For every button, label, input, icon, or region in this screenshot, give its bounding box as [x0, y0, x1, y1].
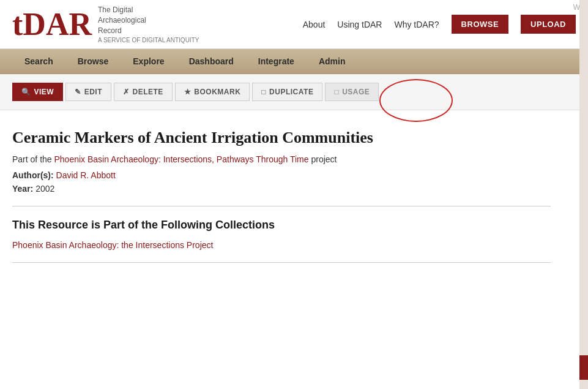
nav-using-tdar[interactable]: Using tDAR — [337, 20, 382, 29]
scrollbar-track[interactable] — [579, 0, 588, 287]
subnav-admin[interactable]: Admin — [307, 49, 358, 74]
author-label: Author(s): — [12, 170, 54, 180]
action-toolbar: 🔍 VIEW ✎ EDIT ✗ DELETE ★ BOOKMARK □ DUPL… — [0, 74, 588, 110]
logo-dar: DAR — [23, 7, 92, 42]
nav-about[interactable]: About — [303, 20, 326, 29]
author-line: Author(s): David R. Abbott — [12, 170, 551, 180]
content-divider — [12, 206, 551, 206]
page-title: Ceramic Markers of Ancient Irrigation Co… — [12, 129, 551, 147]
logo-t: t — [12, 7, 23, 42]
main-content: Ceramic Markers of Ancient Irrigation Co… — [0, 110, 563, 287]
bookmark-button[interactable]: ★ BOOKMARK — [175, 83, 250, 101]
author-link[interactable]: David R. Abbott — [56, 170, 116, 180]
delete-icon: ✗ — [123, 88, 130, 96]
site-header: tDAR The Digital Archaeological Record A… — [0, 0, 588, 49]
usage-icon: □ — [334, 88, 339, 96]
usage-button[interactable]: □ USAGE — [325, 83, 379, 101]
subnav-browse[interactable]: Browse — [65, 49, 121, 74]
subnav-integrate[interactable]: Integrate — [246, 49, 307, 74]
year-value: 2002 — [35, 184, 54, 194]
subnav-dashboard[interactable]: Dashboard — [177, 49, 246, 74]
upload-button[interactable]: UPLOAD — [521, 15, 576, 34]
logo[interactable]: tDAR — [12, 9, 92, 40]
project-link[interactable]: Phoenix Basin Archaeology: Intersections… — [54, 154, 308, 164]
year-label: Year: — [12, 184, 33, 194]
subnav-search[interactable]: Search — [12, 49, 65, 74]
edit-button[interactable]: ✎ EDIT — [65, 83, 111, 101]
collections-heading: This Resource is Part of the Following C… — [12, 219, 551, 232]
subnav-explore[interactable]: Explore — [121, 49, 176, 74]
duplicate-button[interactable]: □ DUPLICATE — [252, 83, 322, 101]
year-line: Year: 2002 — [12, 184, 551, 194]
collection-link[interactable]: Phoenix Basin Archaeology: the Intersect… — [12, 240, 213, 250]
view-icon: 🔍 — [21, 88, 31, 96]
logo-tagline-block: The Digital Archaeological Record A SERV… — [98, 5, 199, 43]
bookmark-icon: ★ — [184, 88, 192, 96]
logo-service-text: A SERVICE OF DIGITAL ANTIQUITY — [98, 37, 199, 43]
sub-navigation: Search Browse Explore Dashboard Integrat… — [0, 49, 588, 74]
duplicate-icon: □ — [261, 88, 266, 96]
view-button[interactable]: 🔍 VIEW — [12, 83, 63, 101]
top-nav: About Using tDAR Why tDAR? BROWSE UPLOAD — [303, 15, 576, 34]
part-of-line: Part of the Phoenix Basin Archaeology: I… — [12, 154, 551, 164]
logo-tagline: The Digital Archaeological Record — [98, 5, 199, 36]
collections-divider — [12, 262, 551, 263]
logo-area: tDAR The Digital Archaeological Record A… — [12, 5, 199, 43]
edit-icon: ✎ — [75, 88, 81, 96]
nav-why-tdar[interactable]: Why tDAR? — [394, 20, 439, 29]
browse-button[interactable]: BROWSE — [452, 15, 509, 34]
delete-button[interactable]: ✗ DELETE — [114, 83, 173, 101]
